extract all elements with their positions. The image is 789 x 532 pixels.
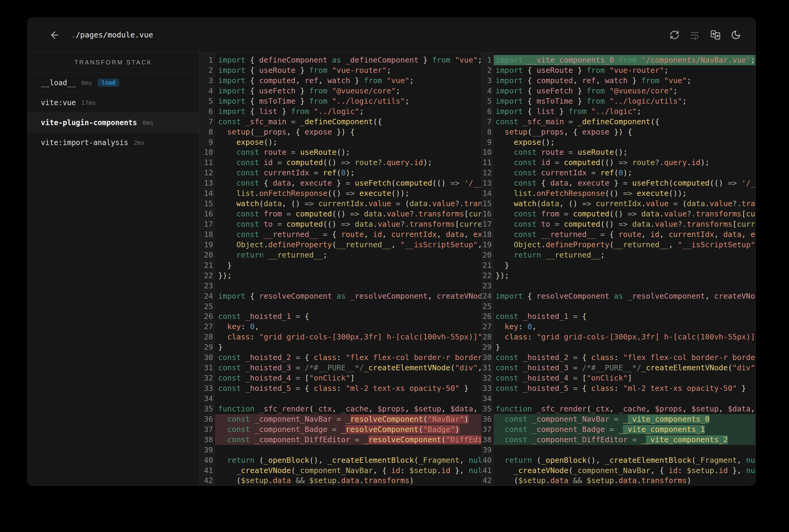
code-line: 22}); [482, 270, 755, 281]
code-line: 33const _hoisted_5 = { class: "ml-2 text… [199, 383, 481, 394]
code-line: 7const _sfc_main = _defineComponent({ [199, 117, 481, 127]
code-line: 20 return __returned__; [482, 250, 755, 260]
transform-stack-item[interactable]: vite:import-analysis2ms [27, 133, 199, 153]
app-window: ./pages/module.vue TRANSFORM STACK __loa… [27, 18, 756, 486]
code-line: 27 key: 0, [199, 322, 481, 332]
transform-stack-item[interactable]: __load__0msload [27, 73, 199, 93]
back-button[interactable] [49, 30, 60, 40]
line-number: 8 [199, 127, 215, 137]
code-line: 10 const route = useRoute(); [482, 147, 755, 157]
code-line: 37 const _component_Badge = __vite_compo… [482, 424, 755, 435]
word-wrap-button[interactable] [690, 30, 700, 40]
refresh-button[interactable] [669, 30, 679, 40]
code-line: 2import { useRoute } from "vue-router"; [482, 65, 755, 76]
code-line: 21 } [199, 260, 481, 270]
line-number: 26 [482, 311, 494, 322]
toolbar-icons [669, 29, 741, 40]
line-number: 11 [482, 157, 494, 168]
line-number: 24 [199, 291, 215, 301]
plugin-duration: 0ms [81, 79, 92, 87]
line-number: 18 [199, 229, 215, 240]
code-line: 15 watch(data, () => currentIdx.value = … [199, 198, 481, 209]
back-arrow-icon [49, 30, 60, 40]
line-number: 7 [199, 117, 215, 127]
code-line: 40 return (_openBlock(), _createElementB… [199, 455, 481, 466]
line-number: 39 [199, 445, 215, 455]
transform-stack-item[interactable]: vite-plugin-components0ms [27, 113, 199, 133]
line-number: 5 [199, 96, 215, 107]
code-line: 1import { defineComponent as _defineComp… [199, 55, 481, 65]
code-line: 23 [199, 281, 481, 291]
code-line: 24import { resolveComponent as _resolveC… [482, 291, 755, 301]
line-number: 13 [482, 178, 494, 188]
line-number: 11 [199, 157, 215, 168]
line-number: 41 [199, 466, 215, 476]
title-path: /pages/module.vue [76, 31, 153, 39]
line-number: 42 [482, 475, 494, 486]
line-number: 34 [199, 394, 215, 404]
line-number: 16 [199, 209, 215, 219]
code-line: 26const _hoisted_1 = { [199, 311, 481, 322]
line-number: 29 [199, 342, 215, 353]
code-line: 19 Object.defineProperty(__returned__, "… [199, 240, 481, 250]
code-line: 30const _hoisted_2 = { class: "flex flex… [199, 353, 481, 363]
line-number: 9 [199, 137, 215, 148]
code-line: 34 [199, 394, 481, 404]
code-line: 37 const _component_Badge = _resolveComp… [199, 424, 481, 435]
transform-stack-sidebar: TRANSFORM STACK __load__0msloadvite:vue1… [27, 52, 199, 486]
code-line: 6import { list } from "../logic"; [199, 107, 481, 117]
plugin-name: __load__ [41, 79, 76, 87]
code-line: 29} [482, 342, 755, 353]
line-number: 3 [199, 76, 215, 86]
line-number: 31 [482, 363, 494, 373]
line-number: 4 [199, 86, 215, 96]
line-number: 24 [482, 291, 494, 301]
line-number: 30 [482, 353, 494, 363]
line-number: 12 [199, 168, 215, 178]
theme-toggle-button[interactable] [731, 30, 741, 40]
line-number: 21 [199, 260, 215, 270]
code-line: 35function _sfc_render(_ctx, _cache, $pr… [482, 404, 755, 414]
code-line: 15 watch(data, () => currentIdx.value = … [482, 198, 755, 209]
line-number: 36 [199, 414, 215, 424]
code-line: 1import __vite_components_0 from '/compo… [482, 55, 755, 65]
code-line: 41 _createVNode(_component_NavBar, { id:… [199, 466, 481, 476]
code-line: 22}); [199, 270, 481, 281]
main-area: TRANSFORM STACK __load__0msloadvite:vue1… [27, 52, 755, 486]
line-number: 26 [199, 311, 215, 322]
line-number: 3 [482, 76, 494, 86]
line-number: 30 [199, 353, 215, 363]
line-number: 13 [199, 178, 215, 188]
code-line: 9 expose(); [482, 137, 755, 148]
line-number: 34 [482, 394, 494, 404]
line-number: 39 [482, 445, 494, 455]
diff-view-button[interactable] [710, 29, 721, 40]
code-line: 23 [482, 281, 755, 291]
line-number: 36 [482, 414, 494, 424]
code-line: 35function _sfc_render(_ctx, _cache, $pr… [199, 404, 481, 414]
code-line: 12 const currentIdx = ref(0); [482, 168, 755, 178]
line-number: 25 [199, 301, 215, 312]
diff-right-code: 1import __vite_components_0 from '/compo… [482, 52, 755, 486]
line-number: 23 [199, 281, 215, 291]
transform-stack-item[interactable]: vite:vue17ms [27, 93, 199, 113]
code-line: 7const _sfc_main = _defineComponent({ [482, 117, 755, 127]
transform-stack-list: __load__0msloadvite:vue17msvite-plugin-c… [27, 73, 199, 153]
line-number: 29 [482, 342, 494, 353]
code-line: 18 const __returned__ = { route, id, cur… [199, 229, 481, 240]
code-line: 12 const currentIdx = ref(0); [199, 168, 481, 178]
line-number: 37 [482, 424, 494, 435]
code-line: 26const _hoisted_1 = { [482, 311, 755, 322]
diff-pane-before[interactable]: 1import { defineComponent as _defineComp… [199, 52, 481, 486]
line-number: 14 [199, 188, 215, 198]
code-line: 14 list.onFetchResponse(() => execute())… [482, 188, 755, 198]
code-line: 24import { resolveComponent as _resolveC… [199, 291, 481, 301]
code-line: 17 const to = computed(() => data.value?… [482, 219, 755, 229]
code-line: 14 list.onFetchResponse(() => execute())… [199, 188, 481, 198]
line-number: 18 [482, 229, 494, 240]
code-line: 33const _hoisted_5 = { class: "ml-2 text… [482, 383, 755, 394]
line-number: 32 [199, 373, 215, 383]
diff-pane-after[interactable]: 1import __vite_components_0 from '/compo… [481, 52, 755, 486]
line-number: 28 [482, 332, 494, 342]
code-line: 16 const from = computed(() => data.valu… [199, 209, 481, 219]
